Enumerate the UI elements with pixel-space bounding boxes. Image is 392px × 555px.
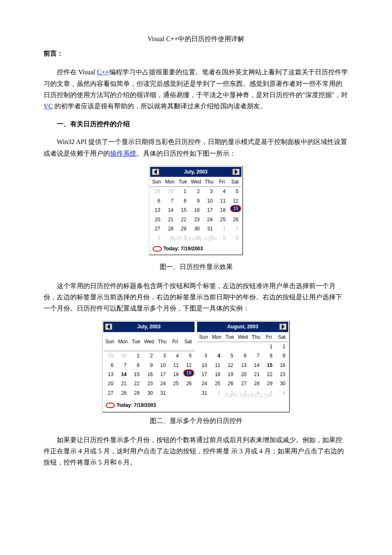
calendar-day[interactable]: 20 — [103, 379, 116, 388]
calendar-day[interactable]: 6 — [150, 196, 163, 205]
calendar-day[interactable]: 3 — [156, 351, 169, 361]
calendar-day[interactable]: 18 — [169, 370, 182, 379]
calendar-day[interactable]: 7 — [116, 361, 129, 370]
calendar-day[interactable]: 15 — [176, 205, 189, 215]
calendar-day[interactable]: 22 — [263, 370, 275, 379]
calendar-day[interactable]: 30 — [275, 379, 288, 388]
link-vc[interactable]: VC — [44, 103, 53, 110]
calendar-day[interactable]: 11 — [216, 196, 229, 205]
calendar-day[interactable]: 18 — [210, 370, 223, 379]
calendar-day[interactable]: 15 — [129, 370, 142, 379]
calendar-day[interactable]: 14 — [116, 370, 129, 379]
calendar-day[interactable]: 21 — [163, 215, 176, 224]
calendar-day[interactable]: 31 — [203, 224, 216, 233]
calendar-day[interactable]: 31 — [156, 389, 169, 398]
calendar-day[interactable]: 22 — [129, 379, 142, 388]
calendar-day[interactable]: 23 — [275, 370, 288, 379]
calendar-day[interactable]: 26 — [223, 379, 236, 388]
calendar-day[interactable]: 17 — [197, 370, 210, 379]
calendar-day-today[interactable]: 19 — [229, 205, 241, 215]
calendar-day[interactable]: 25 — [210, 379, 223, 388]
calendar-day-today[interactable]: 19 — [182, 370, 195, 379]
calendar-day[interactable]: 14 — [250, 361, 263, 370]
calendar-day[interactable]: 9 — [142, 361, 156, 370]
calendar-day[interactable]: 13 — [236, 361, 249, 370]
calendar-day[interactable]: 16 — [142, 370, 156, 379]
calendar-day[interactable]: 24 — [197, 379, 210, 388]
calendar-day[interactable]: 1 — [263, 342, 275, 351]
calendar-day[interactable]: 28 — [116, 389, 129, 398]
calendar-day[interactable]: 30 — [142, 389, 156, 398]
calendar-day[interactable]: 9 — [189, 196, 202, 205]
calendar-day[interactable]: 10 — [156, 361, 169, 370]
calendar-day[interactable]: 26 — [182, 379, 195, 388]
calendar-day[interactable]: 6 — [103, 361, 116, 370]
calendar-day[interactable]: 23 — [142, 379, 156, 388]
calendar-day[interactable]: 25 — [216, 215, 229, 224]
calendar-day[interactable]: 4 — [210, 351, 223, 360]
calendar-day[interactable]: 9 — [275, 351, 288, 360]
calendar-day[interactable]: 16 — [275, 361, 288, 370]
calendar-day[interactable]: 28 — [163, 224, 176, 233]
calendar-day[interactable]: 17 — [203, 205, 216, 215]
calendar-day[interactable]: 1 — [176, 187, 189, 196]
calendar-day[interactable]: 31 — [197, 389, 210, 398]
calendar-day[interactable]: 25 — [169, 379, 182, 388]
calendar-day[interactable]: 24 — [156, 379, 169, 388]
calendar-day[interactable]: 10 — [203, 196, 216, 205]
calendar-day[interactable]: 5 — [182, 351, 195, 361]
calendar-day[interactable]: 16 — [189, 205, 202, 215]
calendar-day[interactable]: 27 — [103, 389, 116, 398]
calendar-day[interactable]: 21 — [250, 370, 263, 379]
calendar-day[interactable]: 29 — [176, 224, 189, 233]
calendar-day[interactable]: 4 — [216, 187, 229, 196]
calendar-day[interactable]: 20 — [150, 215, 163, 224]
calendar-day[interactable]: 21 — [116, 379, 129, 388]
calendar-day[interactable]: 2 — [275, 342, 288, 351]
calendar-day[interactable]: 11 — [169, 361, 182, 370]
calendar-day[interactable]: 12 — [182, 361, 195, 370]
calendar-day[interactable]: 6 — [236, 351, 249, 360]
calendar-day[interactable]: 13 — [150, 205, 163, 215]
calendar-day[interactable]: 7 — [250, 351, 263, 360]
next-month-button[interactable] — [232, 169, 240, 175]
calendar-day[interactable]: 3 — [197, 351, 210, 360]
calendar-day[interactable]: 8 — [129, 361, 142, 370]
calendar-day[interactable]: 3 — [203, 187, 216, 196]
calendar-day[interactable]: 5 — [229, 187, 241, 196]
calendar-day[interactable]: 8 — [263, 351, 275, 360]
calendar-day[interactable]: 29 — [129, 389, 142, 398]
calendar-day[interactable]: 10 — [197, 361, 210, 370]
calendar-day[interactable]: 17 — [156, 370, 169, 379]
calendar-day[interactable]: 18 — [216, 205, 229, 215]
calendar-day[interactable]: 23 — [189, 215, 202, 224]
calendar-day[interactable]: 11 — [210, 361, 223, 370]
calendar-day[interactable]: 27 — [150, 224, 163, 233]
calendar-day[interactable]: 19 — [223, 370, 236, 379]
calendar-day[interactable]: 12 — [229, 196, 241, 205]
calendar-day[interactable]: 24 — [203, 215, 216, 224]
link-cpp[interactable]: C++ — [97, 68, 109, 76]
calendar-day[interactable]: 2 — [189, 187, 202, 196]
calendar-day[interactable]: 22 — [176, 215, 189, 224]
next-month-button[interactable] — [279, 323, 287, 330]
calendar-day[interactable]: 8 — [176, 196, 189, 205]
calendar-day[interactable]: 1 — [129, 351, 142, 361]
calendar-day[interactable]: 28 — [250, 379, 263, 388]
calendar-day[interactable]: 20 — [236, 370, 249, 379]
calendar-day[interactable]: 4 — [169, 351, 182, 361]
prev-month-button[interactable] — [152, 169, 159, 175]
calendar-day[interactable]: 7 — [163, 196, 176, 205]
calendar-day[interactable]: 5 — [223, 351, 236, 360]
prev-month-button[interactable] — [105, 323, 112, 330]
calendar-day[interactable]: 27 — [236, 379, 249, 388]
calendar-day[interactable]: 30 — [189, 224, 202, 233]
calendar-day[interactable]: 29 — [263, 379, 275, 388]
calendar-day[interactable]: 13 — [103, 370, 116, 379]
calendar-day[interactable]: 15 — [263, 361, 275, 370]
calendar-day[interactable]: 14 — [163, 205, 176, 215]
calendar-day[interactable]: 26 — [229, 215, 241, 224]
link-os[interactable]: 操作系统 — [110, 150, 136, 157]
calendar-day[interactable]: 2 — [142, 351, 156, 361]
calendar-day[interactable]: 12 — [223, 361, 236, 370]
